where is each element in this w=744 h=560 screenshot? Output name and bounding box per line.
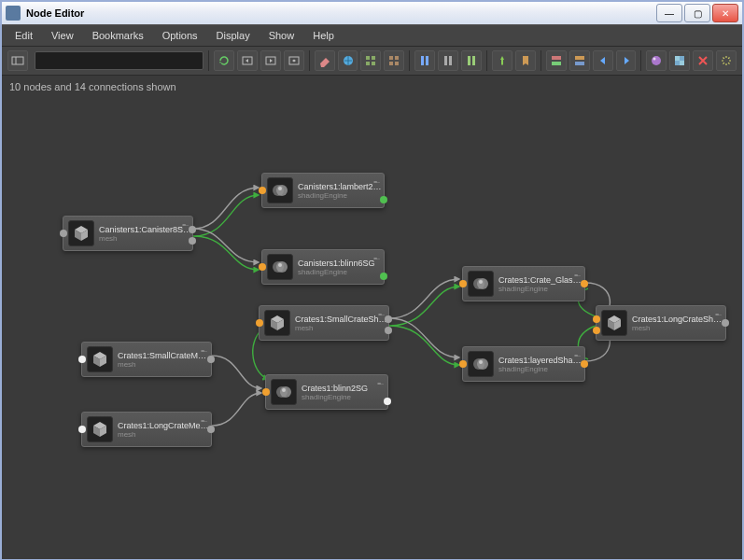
output-port[interactable] — [384, 398, 391, 405]
layout-a-button[interactable] — [546, 50, 567, 71]
mesh-icon — [68, 220, 94, 246]
node-smallcrate-metal[interactable]: Crates1:SmallCrateMetalShapemesh ••• – — [81, 342, 212, 377]
node-text: Crates1:Crate_Glass_NSGshadingEngine — [498, 275, 584, 293]
output-port[interactable] — [385, 315, 392, 323]
arrow-left-button[interactable] — [593, 50, 613, 71]
node-crate-glass-sg[interactable]: Crates1:Crate_Glass_NSGshadingEngine •••… — [462, 266, 585, 301]
input-port[interactable] — [593, 327, 600, 334]
world-button[interactable] — [338, 50, 358, 71]
svg-rect-11 — [395, 56, 399, 60]
node-text: Crates1:LongCrateMetalShapemesh — [118, 421, 211, 439]
input-port[interactable] — [78, 426, 86, 433]
node-grip-icon: ••• – — [373, 254, 378, 262]
bars-b-button[interactable] — [438, 50, 458, 71]
node-text: Crates1:LongCrateShapemesh — [632, 315, 725, 332]
node-title: Crates1:LongCrateMetalShape — [118, 421, 211, 430]
output-port[interactable] — [207, 356, 215, 363]
input-port[interactable] — [78, 356, 86, 363]
bars-a-button[interactable] — [414, 50, 435, 71]
node-title: Canisters1:lambert2SG — [298, 182, 384, 191]
refresh-button[interactable] — [214, 50, 234, 71]
output-button[interactable] — [260, 50, 281, 71]
node-subtitle: shadingEngine — [298, 191, 384, 200]
material-button[interactable] — [646, 50, 667, 71]
input-port[interactable] — [256, 319, 263, 327]
svg-point-37 — [282, 388, 286, 392]
input-port[interactable] — [459, 360, 467, 368]
node-title: Canisters1:blinn6SG — [298, 259, 384, 268]
menu-display[interactable]: Display — [209, 28, 258, 43]
node-title: Crates1:LongCrateShape — [632, 315, 725, 324]
grid-b-button[interactable] — [384, 50, 404, 71]
input-port[interactable] — [459, 280, 467, 287]
node-smallcrate-shape[interactable]: Crates1:SmallCrateShapemesh ••• – — [259, 305, 389, 341]
grid-a-button[interactable] — [360, 50, 381, 71]
svg-point-31 — [278, 187, 282, 190]
toolbar-separator — [486, 50, 487, 71]
output-port[interactable] — [380, 196, 387, 203]
input-port[interactable] — [262, 388, 270, 396]
bookmark-button[interactable] — [515, 50, 536, 71]
output-port[interactable] — [189, 226, 196, 233]
node-longcrate-shape[interactable]: Crates1:LongCrateShapemesh ••• – — [596, 305, 726, 341]
app-icon — [6, 6, 21, 21]
svg-rect-18 — [468, 56, 470, 65]
menu-bookmarks[interactable]: Bookmarks — [85, 28, 151, 43]
output-port[interactable] — [380, 273, 387, 280]
layout-b-button[interactable] — [569, 50, 590, 71]
arrow-right-button[interactable] — [616, 50, 637, 71]
search-input[interactable] — [35, 51, 204, 70]
clear-button[interactable] — [315, 50, 335, 71]
output-port[interactable] — [207, 426, 215, 433]
node-title: Crates1:SmallCrateShape — [295, 315, 388, 324]
node-blinn2-sg[interactable]: Crates1:blinn2SGshadingEngine ••• – — [265, 374, 388, 410]
delete-button[interactable] — [693, 50, 713, 71]
toggle-panel-button[interactable] — [7, 50, 28, 71]
input-port[interactable] — [259, 263, 266, 271]
node-text: Canisters1:blinn6SGshadingEngine — [298, 259, 384, 276]
svg-rect-16 — [444, 56, 447, 65]
bars-c-button[interactable] — [461, 50, 482, 71]
output-port[interactable] — [385, 327, 392, 334]
shading-icon — [468, 271, 494, 297]
node-text: Canisters1:Canister8ShapePPmesh — [99, 225, 192, 243]
menu-view[interactable]: View — [44, 28, 81, 43]
output-port[interactable] — [581, 280, 588, 287]
input-port[interactable] — [259, 187, 266, 194]
input-port[interactable] — [593, 315, 600, 323]
output-port[interactable] — [581, 360, 588, 368]
node-grip-icon: ••• – — [182, 220, 187, 229]
pin-button[interactable] — [492, 50, 512, 71]
toolbar-separator — [208, 50, 209, 71]
menu-edit[interactable]: Edit — [7, 28, 40, 43]
node-blinn6-sg[interactable]: Canisters1:blinn6SGshadingEngine ••• – — [261, 249, 385, 285]
settings-button[interactable] — [716, 50, 737, 71]
svg-point-25 — [653, 58, 656, 61]
svg-rect-19 — [472, 56, 475, 65]
svg-point-30 — [276, 185, 288, 196]
texture-button[interactable] — [669, 50, 690, 71]
node-canister-shape[interactable]: Canisters1:Canister8ShapePPmesh ••• – — [63, 216, 193, 251]
node-title: Crates1:blinn2SG — [302, 384, 387, 393]
input-button[interactable] — [237, 50, 258, 71]
menu-help[interactable]: Help — [305, 28, 342, 43]
shading-icon — [271, 379, 297, 405]
minimize-button[interactable]: — — [656, 4, 682, 22]
node-title: Crates1:Crate_Glass_NSG — [498, 275, 584, 285]
maximize-button[interactable]: ▢ — [684, 4, 710, 22]
output-port[interactable] — [189, 237, 196, 245]
menu-options[interactable]: Options — [155, 28, 205, 43]
menu-show[interactable]: Show — [261, 28, 302, 43]
node-canvas[interactable]: 10 nodes and 14 connections shown — [2, 76, 742, 559]
io-button[interactable] — [284, 50, 304, 71]
input-port[interactable] — [60, 230, 67, 237]
node-layeredshader-sg[interactable]: Crates1:layeredShader1SGshadingEngine ••… — [462, 346, 585, 382]
svg-point-33 — [276, 261, 288, 273]
toolbar — [2, 47, 742, 76]
svg-point-40 — [479, 280, 483, 284]
node-lambert-sg[interactable]: Canisters1:lambert2SGshadingEngine ••• – — [261, 173, 385, 208]
output-port[interactable] — [722, 319, 729, 327]
node-longcrate-metal[interactable]: Crates1:LongCrateMetalShapemesh ••• – — [81, 412, 212, 447]
svg-rect-13 — [395, 62, 399, 65]
close-button[interactable]: ✕ — [712, 4, 738, 22]
